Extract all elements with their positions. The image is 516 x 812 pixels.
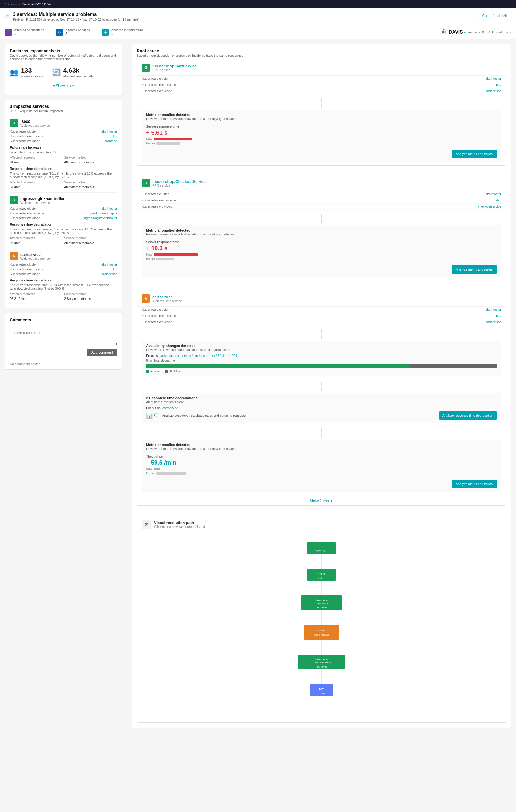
ingress-rtd-title: Response time degradation xyxy=(10,223,117,226)
rtd-8080-title: Response time degradation xyxy=(10,167,117,170)
anomaly-2-bars: Now xyxy=(146,253,497,256)
service-8080-name[interactable]: :8080 xyxy=(20,119,50,124)
service-cart-type: Web request service xyxy=(20,257,50,260)
service-ingress-type: Web request service xyxy=(20,201,65,204)
process-link[interactable]: cartservice cartservice-* on hipster-eks… xyxy=(159,354,237,357)
service-8080-namespace-value[interactable]: dev xyxy=(112,135,117,138)
svg-text:RPC service: RPC service xyxy=(316,607,327,609)
warning-icon: ⚠ xyxy=(5,12,10,20)
service-item-ingress: G ingress-nginx-controller Web request s… xyxy=(10,192,117,248)
rc-service-3-container: A cartservice Web request service Kubern… xyxy=(132,291,511,515)
top-navigation: Problems › Problem P-2111554 xyxy=(0,0,516,8)
service-item-cart: A cartservice Web request service Kubern… xyxy=(10,248,117,304)
breadcrumb-separator: › xyxy=(19,2,20,6)
rc-cart-cluster[interactable]: eks-hipster xyxy=(485,77,501,80)
service-8080-workload-value[interactable]: frontend xyxy=(105,139,117,143)
rc-service-1-container: G hipstershop.CartService RPC service Ku… xyxy=(132,60,511,175)
affected-services-value: 3 xyxy=(65,32,90,36)
ingress-workload-link[interactable]: ingress-nginx-controller xyxy=(84,216,117,220)
service-8080-icon: G xyxy=(10,119,18,127)
impacted-services-title: 3 impacted services xyxy=(10,104,117,109)
affected-services-stat: ⚙ Affected services 3 xyxy=(56,28,90,36)
breadcrumb-problems[interactable]: Problems xyxy=(4,2,17,6)
anomaly-3-now: Now xyxy=(146,467,497,470)
rc-cart-workload[interactable]: cartservice xyxy=(486,89,501,93)
affected-applications-value: – xyxy=(14,32,44,36)
analyze-rtd-button[interactable]: Analyze response time degradation xyxy=(439,411,497,420)
rtd-analysis: 📊 ⏱ Analyze code level, database calls, … xyxy=(146,411,497,420)
comment-input[interactable] xyxy=(10,328,117,346)
connector-4: || xyxy=(137,380,506,393)
svg-text:cartservice: cartservice xyxy=(316,629,327,632)
rc-checkout-type: RPC service xyxy=(152,184,207,187)
vrp-diagram[interactable]: G ingress-nginx controller :8080 fronten… xyxy=(137,533,506,723)
cart-rtd-title: Response time degradation xyxy=(10,279,117,282)
rtd-subtitle: All dynamic requests slow xyxy=(146,400,497,404)
rtd-8080-method: All dynamic requests xyxy=(64,185,117,189)
root-cause-card: Root cause Based on our dependency analy… xyxy=(132,44,511,728)
analyze-anomaly-2-button[interactable]: Analyze metric anomalies xyxy=(452,265,497,273)
anomaly-1-title: Metric anomalies detected xyxy=(146,113,497,117)
cart-namespace-link[interactable]: dev xyxy=(112,267,117,271)
rc-service-cartservice: G hipstershop.CartService RPC service Ku… xyxy=(137,60,506,166)
show-more-link[interactable]: ▾ Show more xyxy=(10,82,117,90)
anomaly-1-metric-value: + 5.61 s xyxy=(146,129,497,136)
service-8080-type: Web request service xyxy=(20,124,50,127)
rc-cartservice-name[interactable]: hipstershop.CartService xyxy=(152,64,196,68)
affected-infra-icon: ◈ xyxy=(102,29,109,36)
vrp-header: 🗺 Visual resolution path Click to see ho… xyxy=(137,516,506,533)
downtime-text: 6min total downtime xyxy=(146,358,497,362)
share-feedback-button[interactable]: Share feedback xyxy=(478,12,511,20)
rc-checkout-namespace[interactable]: dev xyxy=(496,199,501,202)
anomaly-1-before: Before xyxy=(146,142,497,145)
k8s-namespace-label: Kubernetes namespace xyxy=(10,135,44,138)
impact-stats: 👥 133 observed users 🔄 4.63k affected se… xyxy=(10,67,117,78)
bar-chart-icon: 📊 xyxy=(146,412,153,419)
cart-workload-link[interactable]: cartservice xyxy=(101,272,117,276)
service-ingress-name[interactable]: ingress-nginx-controller xyxy=(20,197,65,201)
k8s-cluster-label: Kubernetes cluster xyxy=(10,130,37,133)
affected-infra-value: – xyxy=(111,32,143,36)
ingress-requests: 94 /min xyxy=(10,241,63,244)
rc-cart-namespace[interactable]: dev xyxy=(496,83,501,87)
rc-checkout-workload[interactable]: checkoutservice xyxy=(478,205,501,208)
cart-rtd-desc: The current response time (20 s) within … xyxy=(10,283,117,290)
failure-method-value: All dynamic requests xyxy=(64,161,117,164)
business-impact-title: Business impact analysis xyxy=(10,49,117,53)
ingress-namespace-link[interactable]: prod-ingress-nginx xyxy=(90,211,117,215)
vrp-container: 🗺 Visual resolution path Click to see ho… xyxy=(132,515,511,727)
before-bar-2 xyxy=(156,258,174,260)
service-cart-name[interactable]: cartservice xyxy=(20,252,50,257)
anomaly-3-metric-value: – 59.5 /min xyxy=(146,459,497,466)
anomaly-2-subtitle: Review the metrics which show abnormal o… xyxy=(146,232,497,236)
ingress-cluster-link[interactable]: eks-hipster xyxy=(101,207,117,210)
failure-rate-desc: by a failure rate increase to 29 % xyxy=(10,150,117,154)
cart-cluster-link[interactable]: eks-hipster xyxy=(101,263,117,266)
business-impact-subtitle: Davis observed the following number of p… xyxy=(10,54,117,61)
rc-cart-web-workload[interactable]: cartservice xyxy=(486,320,501,324)
anomaly-3-subtitle: Review the metrics which show abnormal o… xyxy=(146,447,497,451)
right-panel: Root cause Based on our dependency analy… xyxy=(127,39,516,812)
rc-checkout-name[interactable]: hipstershop.CheckoutService xyxy=(152,179,207,184)
rc-service-2-container: G hipstershop.CheckoutService RPC servic… xyxy=(132,175,511,291)
service-8080-cluster-value[interactable]: eks-hipster xyxy=(101,130,117,133)
svg-text:.CartService: .CartService xyxy=(315,602,328,605)
analyze-anomaly-3-button[interactable]: Analyze metric anomalies xyxy=(452,480,497,488)
running-bar xyxy=(146,364,409,368)
show-less-link[interactable]: Show 2 less ▲ xyxy=(137,495,506,505)
rtd-8080-desc: The current response time (20.1 s) withi… xyxy=(10,172,117,179)
svg-text:RPC service: RPC service xyxy=(316,666,327,668)
rc-cart-web-name[interactable]: cartservice xyxy=(152,295,182,299)
rc-cart-web-namespace[interactable]: dev xyxy=(496,314,501,318)
davis-area: 🏛 DAVIS ● analyzed 6,960 dependencies xyxy=(442,29,511,35)
analyze-anomaly-1-button[interactable]: Analyze metric anomalies xyxy=(452,150,497,158)
rc-cart-web-icon: A xyxy=(142,294,150,303)
shutdown-bar xyxy=(409,364,497,368)
rtd-service-link[interactable]: cartservice xyxy=(162,406,178,410)
rc-cart-web-cluster[interactable]: eks-hipster xyxy=(485,308,501,311)
add-comment-button[interactable]: Add comment xyxy=(87,349,117,356)
rtd-box: 2 Response time degradations All dynamic… xyxy=(142,393,501,423)
shutdown-legend-label: Shutdown xyxy=(169,370,182,373)
anomaly-box-3: Metric anomalies detected Review the met… xyxy=(142,439,501,492)
rc-checkout-cluster[interactable]: eks-hipster xyxy=(485,192,501,196)
